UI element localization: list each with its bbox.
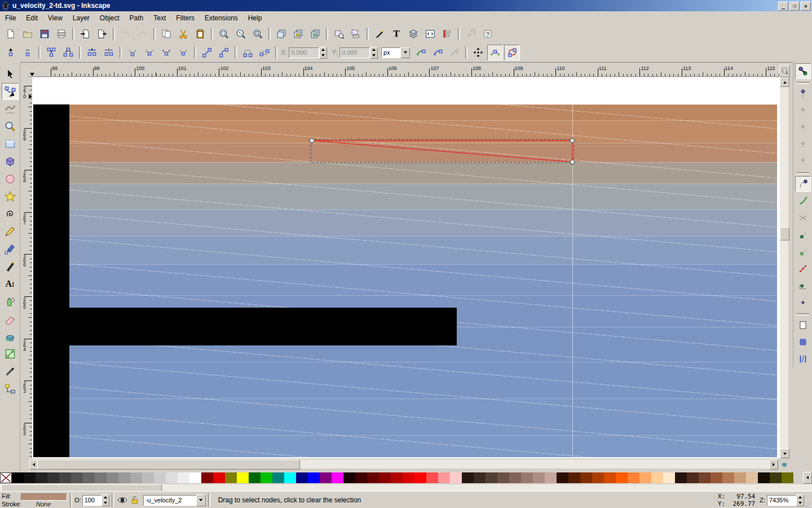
- tool-bezier-pen[interactable]: [2, 240, 19, 257]
- unit-dropdown-button[interactable]: [400, 47, 410, 58]
- palette-swatch[interactable]: [343, 472, 355, 483]
- snap-rotation-centers-button[interactable]: [795, 295, 811, 310]
- palette-swatch[interactable]: [462, 472, 474, 483]
- show-path-effects-button[interactable]: [447, 45, 462, 60]
- layers-dialog-button[interactable]: [405, 26, 421, 42]
- preferences-button[interactable]: [463, 26, 479, 42]
- duplicate-button[interactable]: [273, 26, 289, 42]
- palette-swatch[interactable]: [308, 472, 320, 483]
- palette-swatch[interactable]: [391, 472, 403, 483]
- tool-selector[interactable]: [2, 65, 19, 82]
- snap-nodes-button[interactable]: [795, 176, 811, 192]
- window-resize-grip[interactable]: [804, 494, 812, 508]
- align-distribute-button[interactable]: [439, 26, 455, 42]
- palette-swatch[interactable]: [497, 472, 509, 483]
- snap-bbox-centers-button[interactable]: [795, 154, 811, 169]
- no-color-swatch[interactable]: [0, 472, 12, 483]
- redo-button[interactable]: [135, 26, 151, 42]
- layer-dropdown-button[interactable]: [196, 494, 206, 506]
- menu-layer[interactable]: Layer: [68, 12, 95, 24]
- snap-bbox-edges-button[interactable]: [795, 103, 811, 119]
- print-button[interactable]: [54, 26, 69, 42]
- y-coordinate-spinner[interactable]: [370, 47, 378, 59]
- vertical-ruler[interactable]: 270269268267266265264263262: [23, 77, 33, 458]
- zoom-spinner[interactable]: [796, 494, 804, 506]
- palette-swatch[interactable]: [225, 472, 237, 483]
- fill-color-swatch[interactable]: [21, 493, 67, 501]
- palette-swatch[interactable]: [213, 472, 225, 483]
- export-button[interactable]: [94, 26, 110, 42]
- fill-stroke-dialog-button[interactable]: [372, 26, 387, 42]
- snap-bbox-corners-button[interactable]: [795, 120, 811, 135]
- palette-swatch[interactable]: [201, 472, 213, 483]
- undo-button[interactable]: [118, 26, 134, 42]
- stroke-to-path-button[interactable]: [257, 45, 272, 60]
- palette-swatch[interactable]: [628, 472, 639, 483]
- break-path-button[interactable]: [43, 45, 59, 60]
- snap-guides-button[interactable]: [795, 351, 811, 367]
- palette-swatch[interactable]: [782, 472, 793, 483]
- palette-swatch[interactable]: [166, 472, 178, 483]
- horizontal-scroll-thumb[interactable]: [37, 459, 300, 470]
- palette-swatch[interactable]: [355, 472, 367, 483]
- show-transform-handles-button[interactable]: [470, 45, 486, 60]
- snap-page-border-button[interactable]: [795, 317, 811, 333]
- tool-star[interactable]: [2, 188, 19, 205]
- minimize-button[interactable]: _: [778, 2, 788, 11]
- palette-swatch[interactable]: [663, 472, 675, 483]
- palette-swatch[interactable]: [699, 472, 710, 483]
- vertical-scrollbar[interactable]: [780, 77, 788, 458]
- palette-swatch[interactable]: [509, 472, 521, 483]
- x-coordinate-spinner[interactable]: [319, 47, 327, 59]
- palette-swatch[interactable]: [474, 472, 486, 483]
- palette-swatch[interactable]: [83, 472, 95, 483]
- opacity-input[interactable]: 100: [82, 495, 102, 506]
- tool-tweak[interactable]: [2, 100, 19, 117]
- palette-swatch[interactable]: [675, 472, 687, 483]
- palette-swatch[interactable]: [47, 472, 59, 483]
- unlink-clone-button[interactable]: [307, 26, 323, 42]
- segment-curve-button[interactable]: [216, 45, 232, 60]
- palette-swatch[interactable]: [154, 472, 166, 483]
- tool-zoom[interactable]: [2, 118, 19, 135]
- palette-swatch[interactable]: [59, 472, 71, 483]
- unit-select[interactable]: px: [381, 47, 400, 58]
- edit-clip-path-button[interactable]: [413, 45, 429, 60]
- palette-swatch[interactable]: [107, 472, 118, 483]
- segment-line-button[interactable]: [199, 45, 215, 60]
- join-nodes-button[interactable]: [60, 45, 76, 60]
- palette-scroll-right-button[interactable]: [803, 472, 812, 484]
- snap-bbox-button[interactable]: [795, 86, 811, 102]
- snap-object-centers-button[interactable]: [795, 278, 811, 294]
- tool-spiral[interactable]: [2, 205, 19, 222]
- palette-swatch[interactable]: [545, 472, 557, 483]
- cut-button[interactable]: [175, 26, 191, 42]
- palette-swatch[interactable]: [12, 472, 24, 483]
- palette-swatch[interactable]: [580, 472, 592, 483]
- tool-eraser[interactable]: [2, 310, 19, 327]
- show-path-outline-button[interactable]: [504, 45, 520, 60]
- palette-swatch[interactable]: [284, 472, 296, 483]
- palette-swatch[interactable]: [24, 472, 36, 483]
- menu-extensions[interactable]: Extensions: [200, 12, 243, 24]
- tool-paint-bucket[interactable]: [2, 328, 19, 345]
- palette-swatch[interactable]: [118, 472, 130, 483]
- node-auto-button[interactable]: [175, 45, 191, 60]
- clone-button[interactable]: [290, 26, 306, 42]
- velocity-image[interactable]: [33, 104, 777, 457]
- paste-button[interactable]: [192, 26, 208, 42]
- horizontal-scrollbar[interactable]: [29, 459, 778, 468]
- palette-swatch[interactable]: [533, 472, 545, 483]
- save-button[interactable]: [37, 26, 52, 42]
- menu-path[interactable]: Path: [125, 12, 149, 24]
- palette-swatch[interactable]: [651, 472, 663, 483]
- color-managed-view-toggle[interactable]: [780, 459, 789, 468]
- snap-grid-button[interactable]: [795, 334, 811, 350]
- palette-swatch[interactable]: [639, 472, 651, 483]
- palette-swatch[interactable]: [722, 472, 734, 483]
- tool-connector[interactable]: [2, 380, 19, 397]
- fill-stroke-indicator[interactable]: Fill: Stroke: None: [0, 492, 68, 508]
- palette-swatch[interactable]: [272, 472, 284, 483]
- delete-segment-button[interactable]: [101, 45, 117, 60]
- palette-swatch[interactable]: [734, 472, 746, 483]
